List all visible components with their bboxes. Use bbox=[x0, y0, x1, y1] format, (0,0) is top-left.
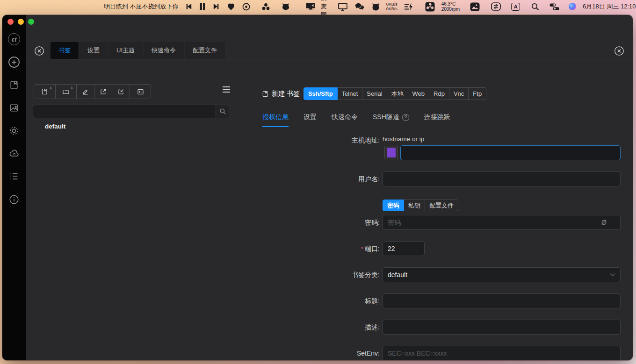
input-method-widget[interactable]: A bbox=[507, 0, 524, 13]
pause-icon[interactable] bbox=[196, 0, 209, 13]
power-list-icon[interactable] bbox=[400, 0, 417, 13]
zoom-window-button[interactable] bbox=[28, 19, 34, 25]
info-icon[interactable] bbox=[2, 194, 26, 205]
main-tabbar: 书签 设置 UI主题 快速命令 配置文件 bbox=[26, 42, 633, 59]
app-logo-icon[interactable]: εt bbox=[2, 33, 26, 45]
subtab-ssh-tunnel[interactable]: SSH隧道 ? bbox=[373, 113, 409, 127]
host-color-picker[interactable] bbox=[384, 146, 398, 159]
subtab-settings[interactable]: 设置 bbox=[304, 113, 317, 127]
tab-ui-theme[interactable]: UI主题 bbox=[108, 42, 143, 59]
close-left-icon[interactable] bbox=[34, 46, 44, 56]
terminal-button[interactable] bbox=[130, 85, 151, 99]
username-label: 用户名: bbox=[263, 174, 380, 184]
siri-icon[interactable] bbox=[565, 0, 580, 13]
screen-share-icon[interactable] bbox=[302, 0, 319, 13]
net-speed-widget[interactable]: 0KB/s 0KB/s bbox=[383, 2, 400, 11]
close-right-icon[interactable] bbox=[614, 46, 624, 56]
themes-icon[interactable] bbox=[2, 103, 26, 113]
bookmark-search-input[interactable] bbox=[33, 105, 216, 118]
bookmark-search bbox=[33, 105, 230, 118]
auth-tab-password[interactable]: 密码 bbox=[383, 200, 404, 211]
edit-button[interactable] bbox=[76, 85, 94, 99]
password-input[interactable] bbox=[383, 215, 621, 230]
auth-tab-profile[interactable]: 配置文件 bbox=[425, 200, 458, 211]
skip-back-icon[interactable] bbox=[181, 0, 196, 13]
port-label: *端口: bbox=[263, 244, 380, 253]
fan-icon[interactable] bbox=[421, 0, 439, 13]
cat-icon[interactable] bbox=[368, 0, 383, 13]
tab-quick-commands[interactable]: 快速命令 bbox=[144, 42, 184, 59]
plus-badge: + bbox=[50, 86, 52, 90]
protocol-telnet[interactable]: Telnet bbox=[338, 87, 363, 100]
bookmark-toolbar: + + bbox=[34, 84, 151, 99]
bookmark-doc-icon bbox=[262, 90, 269, 98]
editor-title: 新建 书签 bbox=[272, 90, 300, 98]
skip-forward-icon[interactable] bbox=[209, 0, 224, 13]
protocol-ssh-sftp[interactable]: Ssh/Sftp bbox=[304, 87, 338, 100]
auth-tab-private-key[interactable]: 私钥 bbox=[404, 200, 425, 211]
setenv-label: SetEnv: bbox=[263, 349, 380, 358]
control-center-icon[interactable] bbox=[546, 0, 563, 13]
protocol-web[interactable]: Web bbox=[408, 87, 430, 100]
host-color-swatch bbox=[387, 148, 396, 157]
import-bookmarks-button[interactable] bbox=[112, 85, 130, 99]
category-item-default[interactable]: default bbox=[45, 123, 65, 130]
cluster-icon[interactable] bbox=[258, 0, 274, 13]
bookmarks-icon[interactable] bbox=[2, 80, 26, 90]
now-playing-title: 明日练到 不屈不挠到放下你 bbox=[104, 2, 179, 11]
password-visibility-icon[interactable]: Ø bbox=[601, 219, 607, 226]
input-method-letter: A bbox=[511, 3, 520, 11]
photos-icon[interactable] bbox=[466, 0, 484, 13]
tabs-strip: 书签 设置 UI主题 快速命令 配置文件 bbox=[51, 42, 225, 59]
search-icon[interactable] bbox=[528, 0, 543, 13]
devil-icon[interactable] bbox=[278, 0, 294, 13]
tab-settings[interactable]: 设置 bbox=[80, 42, 108, 59]
panel-menu-icon[interactable] bbox=[221, 85, 231, 94]
record-dial-icon[interactable] bbox=[238, 0, 254, 13]
settings-gear-icon[interactable] bbox=[2, 126, 26, 136]
host-input[interactable] bbox=[400, 145, 621, 160]
tab-profiles[interactable]: 配置文件 bbox=[185, 42, 225, 59]
subtab-quick-commands[interactable]: 快速命令 bbox=[332, 113, 358, 127]
protocol-ftp[interactable]: Ftp bbox=[469, 87, 486, 100]
protocol-rdp[interactable]: Rdp bbox=[429, 87, 449, 100]
new-category-button[interactable]: + bbox=[55, 85, 76, 99]
category-label: 书签分类: bbox=[263, 270, 380, 279]
temp-fan-widget[interactable]: 46.3°C 2000rpm bbox=[439, 1, 463, 12]
display-switch-icon[interactable] bbox=[487, 0, 505, 13]
category-select[interactable]: default bbox=[383, 267, 621, 282]
export-bookmarks-button[interactable] bbox=[94, 85, 112, 99]
search-button[interactable] bbox=[216, 105, 230, 118]
help-question-icon[interactable]: ? bbox=[402, 114, 409, 121]
port-input[interactable] bbox=[383, 241, 425, 256]
password-label: 密码: bbox=[263, 218, 380, 227]
title-input[interactable] bbox=[383, 293, 621, 308]
subtab-connection-hopping[interactable]: 连接跳跃 bbox=[424, 113, 450, 127]
host-label: 主机地址: bbox=[263, 136, 380, 145]
new-tab-icon[interactable] bbox=[2, 56, 26, 68]
cpu-temperature: 46.3°C bbox=[441, 1, 460, 7]
description-input[interactable] bbox=[383, 320, 621, 335]
fan-rpm: 2000rpm bbox=[441, 7, 460, 12]
protocol-local[interactable]: 本地 bbox=[387, 87, 408, 100]
minimize-window-button[interactable] bbox=[18, 19, 24, 25]
protocol-serial[interactable]: Serial bbox=[362, 87, 387, 100]
setenv-input[interactable] bbox=[383, 346, 621, 360]
menubar-datetime[interactable]: 6月18日 周三 12:10 bbox=[583, 2, 636, 11]
protocol-vnc[interactable]: Vnc bbox=[449, 87, 469, 100]
chevron-down-icon bbox=[610, 273, 615, 277]
category-select-value: default bbox=[388, 271, 407, 278]
subtab-auth[interactable]: 授权信息 bbox=[262, 113, 289, 127]
close-window-button[interactable] bbox=[7, 19, 14, 25]
heart-icon[interactable] bbox=[224, 0, 238, 13]
chat-icon[interactable] bbox=[351, 0, 368, 13]
new-bookmark-button[interactable]: + bbox=[34, 85, 55, 99]
sync-cloud-icon[interactable] bbox=[2, 149, 26, 158]
auth-type-switcher: 密码 私钥 配置文件 bbox=[383, 200, 458, 211]
tab-bookmarks[interactable]: 书签 bbox=[51, 42, 79, 59]
display-icon[interactable] bbox=[334, 0, 351, 13]
username-input[interactable] bbox=[383, 171, 621, 186]
net-up: 0KB/s bbox=[386, 2, 398, 7]
quick-commands-list-icon[interactable] bbox=[2, 171, 26, 181]
protocol-switcher: Ssh/Sftp Telnet Serial 本地 Web Rdp Vnc Ft… bbox=[304, 87, 486, 100]
